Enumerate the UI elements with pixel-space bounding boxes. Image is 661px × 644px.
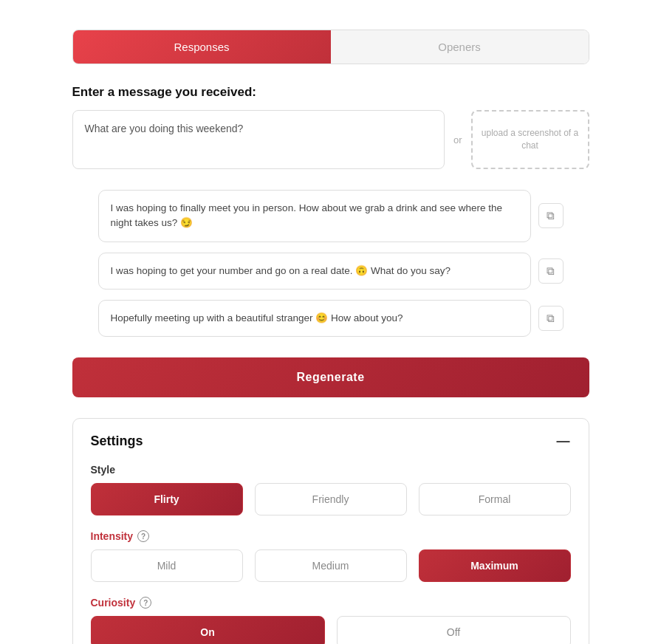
curiosity-option-off[interactable]: Off: [337, 616, 571, 644]
curiosity-help-icon[interactable]: ?: [140, 597, 151, 609]
curiosity-option-on[interactable]: On: [91, 616, 325, 644]
responses-list: I was hoping to finally meet you in pers…: [72, 190, 589, 337]
copy-button-2[interactable]: ⧉: [538, 258, 564, 284]
response-card-1: I was hoping to finally meet you in pers…: [98, 190, 564, 242]
response-bubble-1: I was hoping to finally meet you in pers…: [98, 190, 531, 242]
style-group: Style Flirty Friendly Formal: [91, 464, 571, 515]
or-divider: or: [453, 134, 462, 145]
settings-collapse-button[interactable]: —: [556, 434, 571, 449]
upload-screenshot-box[interactable]: upload a screenshot of a chat: [471, 110, 589, 169]
intensity-option-mild[interactable]: Mild: [91, 549, 243, 582]
style-options: Flirty Friendly Formal: [91, 483, 571, 515]
intensity-options: Mild Medium Maximum: [91, 549, 571, 582]
intensity-group: Intensity ? Mild Medium Maximum: [91, 530, 571, 582]
main-container: Responses Openers Enter a message you re…: [72, 30, 589, 644]
response-bubble-2: I was hoping to get your number and go o…: [98, 253, 531, 290]
regenerate-button[interactable]: Regenerate: [72, 357, 589, 397]
settings-panel: Settings — Style Flirty Friendly Formal …: [72, 418, 589, 644]
tab-responses[interactable]: Responses: [73, 30, 331, 64]
settings-header: Settings —: [91, 434, 571, 449]
response-bubble-3: Hopefully meeting up with a beautiful st…: [98, 300, 531, 337]
response-card-3: Hopefully meeting up with a beautiful st…: [98, 300, 564, 337]
copy-button-1[interactable]: ⧉: [538, 203, 564, 228]
intensity-help-icon[interactable]: ?: [137, 530, 149, 542]
tab-bar: Responses Openers: [72, 30, 589, 64]
tab-openers[interactable]: Openers: [331, 30, 589, 64]
curiosity-label: Curiosity ?: [91, 597, 571, 609]
style-label: Style: [91, 464, 571, 476]
input-row: What are you doing this weekend? or uplo…: [72, 110, 589, 169]
settings-title: Settings: [91, 434, 143, 449]
section-title: Enter a message you received:: [72, 85, 589, 100]
response-card-2: I was hoping to get your number and go o…: [98, 253, 564, 290]
intensity-label: Intensity ?: [91, 530, 571, 542]
message-input[interactable]: What are you doing this weekend?: [72, 110, 445, 169]
curiosity-group: Curiosity ? On Off: [91, 597, 571, 644]
intensity-option-medium[interactable]: Medium: [255, 549, 407, 582]
copy-button-3[interactable]: ⧉: [538, 306, 564, 331]
style-option-friendly[interactable]: Friendly: [255, 483, 407, 515]
style-option-formal[interactable]: Formal: [419, 483, 571, 515]
curiosity-options: On Off: [91, 616, 571, 644]
intensity-option-maximum[interactable]: Maximum: [419, 549, 571, 582]
style-option-flirty[interactable]: Flirty: [91, 483, 243, 515]
